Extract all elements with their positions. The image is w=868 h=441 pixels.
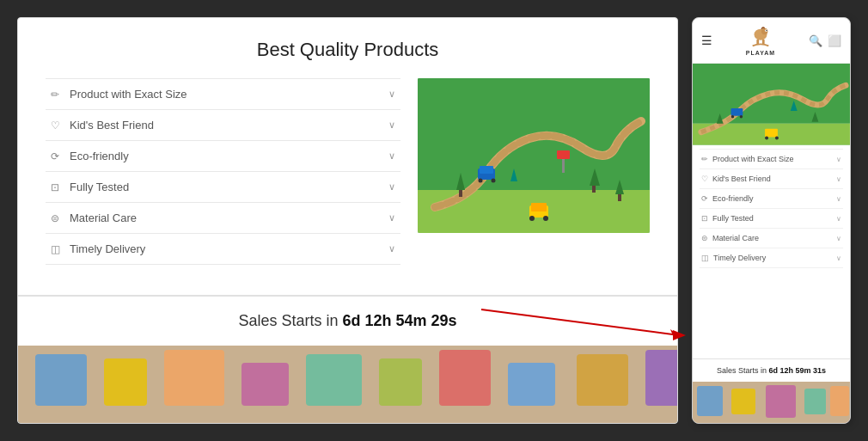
svg-rect-23: [241, 363, 289, 406]
svg-point-42: [731, 115, 735, 119]
accordion-item-timely-delivery[interactable]: ◫ Timely Delivery ∨: [46, 234, 400, 265]
svg-rect-26: [439, 350, 491, 406]
sales-section: Sales Starts in 6d 12h 54m 29s: [18, 295, 677, 346]
svg-point-39: [765, 137, 768, 140]
accordion-icon-fully-tested: ⊡: [51, 181, 63, 193]
sales-banner: Sales Starts in 6d 12h 54m 29s: [46, 312, 650, 330]
mobile-label-product-size-m: Product with Exact Size: [712, 155, 794, 163]
mobile-accordion-left: ♡ Kid's Best Friend: [701, 175, 771, 183]
search-icon[interactable]: 🔍: [809, 34, 822, 47]
accordion-icon-material-care: ⊜: [51, 212, 63, 224]
mobile-accordion-item-fully-tested-m[interactable]: ⊡ Fully Tested ∨: [700, 209, 843, 229]
mobile-header-icons: 🔍 ⬜: [809, 34, 841, 47]
accordion-chevron-kids-friend: ∨: [388, 119, 395, 131]
svg-rect-22: [164, 350, 224, 406]
mobile-chevron-product-size-m: ∨: [836, 156, 841, 163]
mobile-accordion-item-eco-friendly-m[interactable]: ⟳ Eco-friendly ∨: [700, 189, 843, 209]
svg-rect-25: [379, 358, 422, 406]
svg-rect-7: [480, 166, 493, 174]
mobile-bottom-strip: [693, 382, 850, 423]
mobile-icon-material-care-m: ⊜: [701, 234, 708, 242]
svg-rect-3: [531, 203, 547, 211]
mobile-chevron-fully-tested-m: ∨: [836, 215, 841, 223]
mobile-chevron-material-care-m: ∨: [836, 235, 841, 242]
accordion-chevron-material-care: ∨: [388, 212, 395, 224]
mobile-header: ☰ PLAYAM 🔍: [693, 18, 850, 64]
content-area: ✏ Product with Exact Size ∨ ♡ Kid's Best…: [46, 78, 650, 265]
mobile-accordion-item-material-care-m[interactable]: ⊜ Material Care ∨: [700, 229, 843, 248]
svg-rect-41: [731, 108, 743, 116]
svg-rect-50: [766, 385, 796, 418]
svg-rect-13: [592, 186, 596, 193]
svg-point-4: [529, 216, 535, 221]
accordion-item-left: ⊡ Fully Tested: [51, 181, 129, 193]
svg-rect-28: [577, 354, 628, 406]
mobile-logo-text: PLAYAM: [746, 50, 775, 56]
mobile-product-image: [693, 64, 850, 145]
product-image-inner: [418, 78, 650, 233]
svg-rect-11: [459, 190, 462, 197]
mobile-accordion-left: ⊡ Fully Tested: [701, 214, 754, 223]
svg-rect-29: [645, 350, 677, 406]
mobile-label-eco-friendly-m: Eco-friendly: [712, 194, 754, 203]
mobile-accordion-left: ◫ Timely Delivery: [701, 254, 766, 262]
svg-rect-27: [508, 363, 555, 406]
mobile-accordion-item-timely-delivery-m[interactable]: ◫ Timely Delivery ∨: [700, 248, 843, 268]
mobile-icon-kids-friend-m: ♡: [701, 175, 708, 183]
accordion-item-left: ♡ Kid's Best Friend: [51, 119, 154, 132]
mobile-chevron-timely-delivery-m: ∨: [836, 254, 841, 262]
svg-point-33: [766, 30, 767, 31]
mobile-accordion-list: ✏ Product with Exact Size ∨ ♡ Kid's Best…: [693, 145, 850, 358]
accordion-item-left: ✏ Product with Exact Size: [51, 88, 187, 101]
mobile-accordion-item-kids-friend-m[interactable]: ♡ Kid's Best Friend ∨: [700, 169, 843, 189]
mobile-icon-timely-delivery-m: ◫: [701, 254, 709, 262]
svg-rect-51: [804, 389, 826, 414]
accordion-item-left: ⊜ Material Care: [51, 211, 137, 224]
svg-point-43: [740, 115, 743, 119]
left-panel: Best Quality Products ✏ Product with Exa…: [17, 17, 678, 424]
product-image: [418, 78, 650, 233]
mobile-product-image-inner: [693, 64, 850, 145]
mobile-sales-prefix: Sales Starts in: [717, 366, 769, 375]
main-wrapper: Best Quality Products ✏ Product with Exa…: [17, 17, 851, 424]
right-panel: ☰ PLAYAM 🔍: [692, 17, 851, 424]
accordion-item-eco-friendly[interactable]: ⟳ Eco-friendly ∨: [46, 141, 400, 172]
accordion-chevron-fully-tested: ∨: [388, 181, 395, 193]
accordion-chevron-eco-friendly: ∨: [388, 150, 395, 162]
mobile-label-material-care-m: Material Care: [712, 234, 759, 242]
accordion-label-eco-friendly: Eco-friendly: [70, 150, 129, 162]
mobile-icon-fully-tested-m: ⊡: [701, 214, 708, 223]
mobile-label-kids-friend-m: Kid's Best Friend: [712, 175, 771, 183]
mobile-accordion-left: ⊜ Material Care: [701, 234, 759, 242]
svg-rect-15: [618, 194, 621, 201]
accordion-icon-eco-friendly: ⟳: [51, 150, 63, 162]
mobile-sales-time: 6d 12h 59m 31s: [768, 366, 826, 375]
accordion-label-product-size: Product with Exact Size: [70, 88, 187, 101]
accordion-item-fully-tested[interactable]: ⊡ Fully Tested ∨: [46, 172, 400, 203]
mobile-accordion-left: ✏ Product with Exact Size: [701, 155, 794, 163]
svg-point-8: [479, 179, 483, 183]
svg-rect-52: [830, 386, 849, 416]
accordion-item-product-size[interactable]: ✏ Product with Exact Size ∨: [46, 78, 400, 110]
accordion-item-kids-friend[interactable]: ♡ Kid's Best Friend ∨: [46, 110, 400, 141]
svg-rect-34: [756, 40, 759, 45]
svg-rect-21: [104, 358, 147, 406]
mobile-accordion-item-product-size-m[interactable]: ✏ Product with Exact Size ∨: [700, 149, 843, 169]
svg-rect-20: [35, 354, 87, 406]
left-top-section: Best Quality Products ✏ Product with Exa…: [18, 18, 677, 295]
mobile-label-timely-delivery-m: Timely Delivery: [713, 254, 766, 262]
bottom-image-strip: [18, 346, 677, 423]
accordion-label-timely-delivery: Timely Delivery: [70, 242, 145, 255]
svg-rect-49: [731, 389, 755, 414]
svg-rect-48: [697, 386, 723, 416]
svg-rect-24: [306, 354, 362, 406]
mobile-accordion-left: ⟳ Eco-friendly: [701, 194, 754, 203]
svg-rect-35: [762, 40, 765, 45]
svg-rect-17: [557, 150, 570, 159]
hamburger-icon[interactable]: ☰: [701, 34, 712, 47]
accordion-item-material-care[interactable]: ⊜ Material Care ∨: [46, 203, 400, 234]
accordion-chevron-product-size: ∨: [388, 89, 395, 100]
accordion-label-kids-friend: Kid's Best Friend: [70, 119, 154, 132]
accordion-icon-kids-friend: ♡: [51, 119, 63, 132]
cart-icon[interactable]: ⬜: [828, 34, 841, 47]
